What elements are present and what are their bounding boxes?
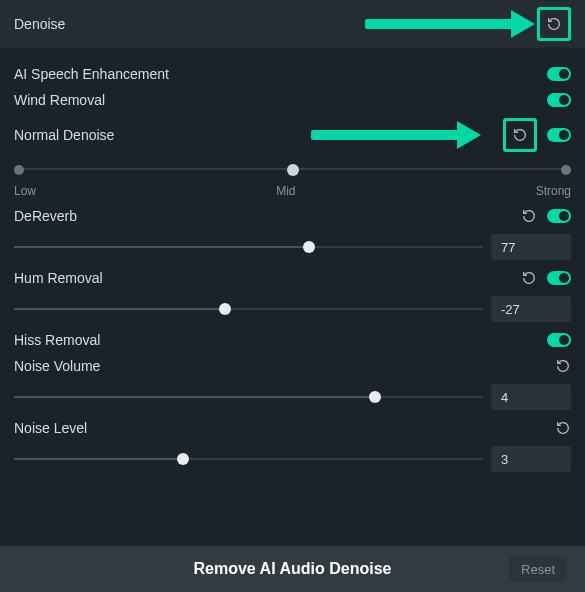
stop-mid[interactable] — [287, 164, 299, 176]
footer-caption: Remove AI Audio Denoise — [194, 560, 392, 578]
value-noise-volume[interactable]: 4 — [491, 384, 571, 410]
slider-noise-volume[interactable] — [14, 391, 483, 403]
slider-de-reverb[interactable] — [14, 241, 483, 253]
highlight-box — [503, 118, 537, 152]
toggle-hiss-removal[interactable] — [547, 333, 571, 347]
row-ai-speech-enhancement: AI Speech Enhancement — [14, 66, 571, 82]
label-hiss-removal: Hiss Removal — [14, 332, 100, 348]
reset-icon[interactable] — [512, 127, 528, 143]
label-ai-speech: AI Speech Enhancement — [14, 66, 169, 82]
reset-icon[interactable] — [546, 16, 562, 32]
label-noise-level: Noise Level — [14, 420, 87, 436]
tick-low: Low — [14, 184, 36, 198]
footer: Remove AI Audio Denoise Reset — [0, 546, 585, 592]
label-normal-denoise: Normal Denoise — [14, 127, 114, 143]
row-normal-denoise: Normal Denoise — [14, 118, 571, 152]
value-noise-level[interactable]: 3 — [491, 446, 571, 472]
toggle-hum-removal[interactable] — [547, 271, 571, 285]
callout-arrow — [311, 130, 461, 140]
reset-icon[interactable] — [555, 420, 571, 436]
label-de-reverb: DeReverb — [14, 208, 77, 224]
toggle-ai-speech[interactable] — [547, 67, 571, 81]
section-title: Denoise — [14, 16, 65, 32]
row-hum-removal: Hum Removal — [14, 270, 571, 286]
tick-mid: Mid — [276, 184, 295, 198]
stop-low[interactable] — [14, 165, 24, 175]
value-de-reverb[interactable]: 77 — [491, 234, 571, 260]
reset-button[interactable]: Reset — [509, 557, 567, 582]
row-de-reverb: DeReverb — [14, 208, 571, 224]
row-hiss-removal: Hiss Removal — [14, 332, 571, 348]
label-wind-removal: Wind Removal — [14, 92, 105, 108]
slider-normal-denoise[interactable]: Low Mid Strong — [14, 162, 571, 198]
value-hum-removal[interactable]: -27 — [491, 296, 571, 322]
slider-noise-level[interactable] — [14, 453, 483, 465]
label-noise-volume: Noise Volume — [14, 358, 100, 374]
slider-hum-removal[interactable] — [14, 303, 483, 315]
reset-icon[interactable] — [521, 270, 537, 286]
row-noise-level: Noise Level — [14, 420, 571, 436]
row-noise-volume: Noise Volume — [14, 358, 571, 374]
row-wind-removal: Wind Removal — [14, 92, 571, 108]
toggle-normal-denoise[interactable] — [547, 128, 571, 142]
reset-icon[interactable] — [521, 208, 537, 224]
highlight-box — [537, 7, 571, 41]
tick-strong: Strong — [536, 184, 571, 198]
section-header: Denoise — [0, 0, 585, 48]
callout-arrow — [365, 19, 515, 29]
label-hum-removal: Hum Removal — [14, 270, 103, 286]
toggle-de-reverb[interactable] — [547, 209, 571, 223]
reset-icon[interactable] — [555, 358, 571, 374]
toggle-wind-removal[interactable] — [547, 93, 571, 107]
stop-strong[interactable] — [561, 165, 571, 175]
